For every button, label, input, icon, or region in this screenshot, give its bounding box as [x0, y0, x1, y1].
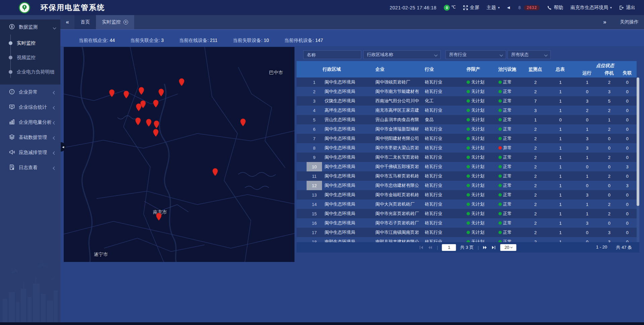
- status-filter-select[interactable]: 所有状态: [507, 50, 551, 59]
- table-row[interactable]: 15阆中生态环境局阆中市光富页岩机砖厂砖瓦行业无计划正常21120: [297, 209, 637, 218]
- map-panel[interactable]: 巴中市南充市遂宁市: [64, 47, 294, 262]
- table-row[interactable]: 1阆中生态环境局阆中强锐页岩砖厂砖瓦行业无计划正常21120: [297, 77, 637, 87]
- table-row[interactable]: 8阆中生态环境局阆中市枣碧大梁山页岩砖瓦行业无计划异常21300: [297, 143, 637, 153]
- row-number: 3: [307, 96, 322, 106]
- fullscreen-button[interactable]: 全屏: [463, 5, 479, 11]
- table-row[interactable]: 13阆中生态环境局阆中市金福旺页岩机砖砖瓦行业无计划正常21300: [297, 190, 637, 200]
- tabs-scroll-left-button[interactable]: «: [60, 15, 74, 29]
- table-row[interactable]: 9阆中生态环境局阆中市二龙长宝页岩砖砖瓦行业无计划正常21120: [297, 153, 637, 162]
- sidebar-item-emergency-reduction[interactable]: 应急减排管理: [0, 145, 60, 160]
- cell-region: 阆中生态环境局: [322, 201, 375, 207]
- industry-filter-select[interactable]: 所有行业: [445, 50, 506, 59]
- sidebar-item-video-monitor[interactable]: 视频监控: [0, 50, 60, 65]
- map-pin-icon[interactable]: [123, 91, 129, 99]
- table-row[interactable]: 6阆中生态环境局阆中市金博瑞新型墙材砖瓦行业无计划正常21120: [297, 124, 637, 134]
- row-number: 7: [307, 134, 322, 143]
- cell-running: 1: [574, 155, 601, 160]
- table-row[interactable]: 7阆中生态环境局阆中明阳建材有限公司砖瓦行业无计划正常21300: [297, 134, 637, 143]
- cell-offline: 0: [618, 230, 637, 235]
- sidebar-item-data-monitor[interactable]: 数据监测: [0, 19, 60, 35]
- map-pin-icon[interactable]: [212, 168, 218, 176]
- cell-company: 阆中明阳建材有限公司: [375, 136, 424, 142]
- sidebar-item-realtime-monitor[interactable]: 实时监控: [0, 36, 60, 50]
- status-dot-green-icon: [498, 212, 502, 215]
- table-row[interactable]: 2阆中生态环境局阆中市南方节能建材有砖瓦行业无计划正常21030: [297, 87, 637, 96]
- limit-status-text: 无计划: [471, 107, 484, 113]
- cell-industry: 砖瓦行业: [424, 79, 466, 85]
- sidebar-item-company-statistics[interactable]: 企业综合统计: [0, 100, 60, 115]
- limit-status-text: 无计划: [471, 173, 484, 179]
- map-pin-icon[interactable]: [109, 89, 115, 97]
- map-pin-icon[interactable]: [146, 119, 152, 127]
- tabs-scroll-right-button[interactable]: »: [598, 19, 612, 25]
- tab-realtime-monitor[interactable]: 实时监控 ✕: [96, 15, 134, 29]
- theme-dropdown[interactable]: 主题 ▾: [487, 5, 500, 11]
- map-pin-icon[interactable]: [140, 100, 146, 108]
- tab-realtime-label: 实时监控: [102, 19, 121, 25]
- name-filter-field[interactable]: [303, 50, 361, 59]
- cell-monitor-points: 2: [524, 239, 547, 242]
- close-operations-button[interactable]: 关闭操作: [620, 19, 639, 25]
- table-row[interactable]: 4高坪生态环境局南充市高坪区王家店建砖瓦行业无计划正常31220: [297, 106, 637, 115]
- row-number: 5: [307, 115, 322, 124]
- facility-status-text: 正常: [503, 211, 512, 217]
- cell-facility-status: 正常: [498, 79, 524, 85]
- limit-status-text: 无计划: [471, 229, 484, 235]
- next-page-button[interactable]: [483, 246, 488, 250]
- chevron-left-icon: [53, 135, 56, 140]
- sidebar-item-power-load-detail[interactable]: 企业电力负荷明细: [0, 65, 60, 79]
- org-dropdown[interactable]: 南充市生态环境局 ▾: [571, 5, 612, 11]
- map-pin-icon[interactable]: [139, 87, 144, 95]
- logout-button[interactable]: 退出: [619, 5, 635, 11]
- cell-total-meters: 1: [547, 127, 574, 132]
- cell-running: 1: [574, 174, 601, 179]
- help-button[interactable]: 帮助: [547, 5, 563, 11]
- stat-value: 44: [110, 38, 115, 43]
- map-pin-icon[interactable]: [240, 118, 246, 126]
- page-number-input[interactable]: [442, 244, 456, 251]
- last-page-button[interactable]: [492, 246, 496, 250]
- cell-total-meters: 1: [547, 230, 574, 235]
- table-row[interactable]: 14阆中生态环境局阆中大兴页岩机砖厂砖瓦行业无计划正常21120: [297, 200, 637, 209]
- table-scrollbar[interactable]: [637, 77, 639, 242]
- table-row[interactable]: 5营山生态环境局营山县润丰肉食品有限食品无计划正常10010: [297, 115, 637, 124]
- region-filter-select[interactable]: 行政区域名称: [363, 50, 441, 59]
- table-row[interactable]: 16阆中生态环境局阆中市石子页岩机砖厂砖瓦行业无计划正常21300: [297, 218, 637, 228]
- cell-offline: 0: [618, 108, 637, 113]
- cell-offline: 0: [618, 127, 637, 132]
- stat-label: 当前在线企业:: [79, 38, 108, 43]
- tab-close-icon[interactable]: ✕: [123, 20, 128, 24]
- prev-page-button[interactable]: [428, 246, 433, 250]
- map-pin-icon[interactable]: [154, 120, 159, 128]
- map-pin-icon[interactable]: [158, 89, 164, 97]
- sidebar-item-log-view[interactable]: 日志查看: [0, 160, 60, 175]
- table-row[interactable]: 10阆中生态环境局阆中千佛镇五郎垭页岩砖瓦行业无计划正常21003: [297, 162, 637, 171]
- collapse-notice-button[interactable]: ◀: [507, 5, 510, 10]
- facility-status-text: 正常: [503, 107, 512, 113]
- cell-running: 3: [574, 146, 601, 151]
- scrollbar-thumb[interactable]: [637, 77, 639, 206]
- map-pin-icon[interactable]: [179, 78, 184, 86]
- map-pin-icon[interactable]: [156, 213, 162, 221]
- table-row[interactable]: 3仪陇生态环境局西南油气田分公司川中化工无计划正常71350: [297, 96, 637, 106]
- table-row[interactable]: 12阆中生态环境局阆中市忠信建材有限公砖瓦行业无计划正常21003: [297, 181, 637, 190]
- page-size-select[interactable]: 20: [500, 244, 517, 251]
- sidebar-item-company-abnormal[interactable]: 企业异常: [0, 85, 60, 100]
- name-filter-input[interactable]: [307, 52, 358, 57]
- map-pin-icon[interactable]: [153, 129, 159, 137]
- notifications[interactable]: 2632: [517, 5, 540, 10]
- table-body: 1阆中生态环境局阆中强锐页岩砖厂砖瓦行业无计划正常211202阆中生态环境局阆中…: [297, 77, 637, 242]
- table-row[interactable]: 11阆中生态环境局阆中市五马桥页岩机砖砖瓦行业无计划正常21120: [297, 171, 637, 181]
- table-row[interactable]: 17阆中生态环境局阆中市江南镇阆南页岩砖瓦行业无计划正常21030: [297, 228, 637, 237]
- table-row[interactable]: 18南部生态环境局南部县瑞丰建材有限公砖瓦行业无计划正常21030: [297, 237, 637, 242]
- cell-offline: 0: [618, 146, 637, 151]
- map-pin-icon[interactable]: [135, 117, 141, 125]
- first-page-button[interactable]: [419, 246, 424, 250]
- sidebar-item-power-usage-analysis[interactable]: 企业用电量分析: [0, 115, 60, 130]
- tab-home[interactable]: 首页: [74, 15, 96, 29]
- cell-stopped: 2: [600, 202, 618, 207]
- triangle-left-icon: ◀: [507, 5, 510, 10]
- map-pin-icon[interactable]: [153, 100, 159, 108]
- sidebar-item-base-data-management[interactable]: 基础数据管理: [0, 130, 60, 145]
- cell-monitor-points: 2: [524, 80, 547, 85]
